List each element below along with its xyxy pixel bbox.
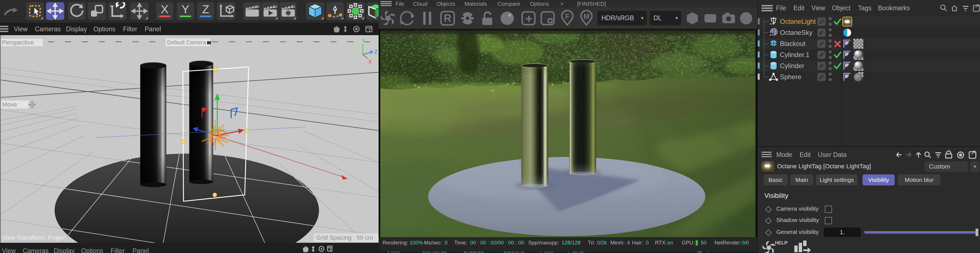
- svg-text:X: X: [368, 59, 372, 65]
- svg-text:M: M: [584, 12, 590, 21]
- svg-text:ST: ST: [770, 34, 773, 36]
- svg-text:HELP: HELP: [775, 240, 788, 245]
- svg-text:Y: Y: [362, 38, 365, 43]
- svg-text:R: R: [444, 13, 451, 24]
- svg-text:F: F: [565, 12, 570, 21]
- svg-text:ST: ST: [770, 23, 773, 25]
- svg-text:Z: Z: [374, 49, 377, 55]
